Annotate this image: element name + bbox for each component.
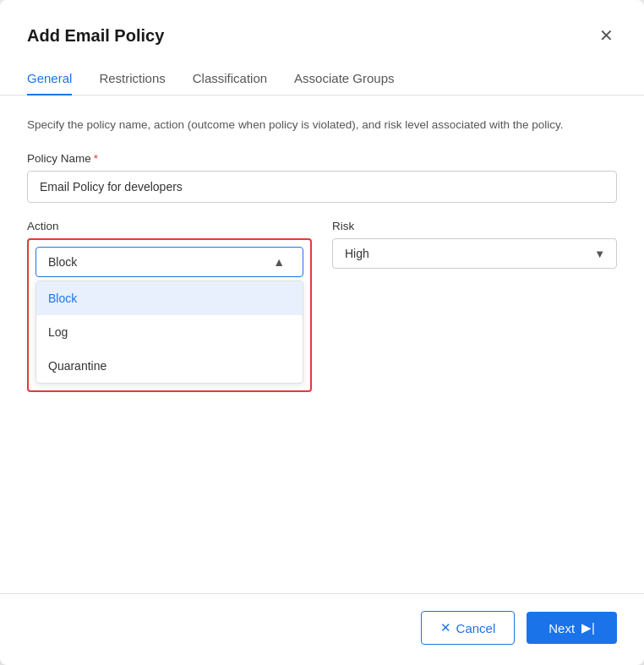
next-icon: ▶| bbox=[581, 620, 595, 635]
action-field-group: Action Block ▲ Block Log bbox=[27, 220, 312, 392]
risk-select-wrapper: High Medium Low ▼ bbox=[332, 238, 617, 269]
action-risk-row: Action Block ▲ Block Log bbox=[27, 220, 617, 392]
tab-associate-groups[interactable]: Associate Groups bbox=[294, 63, 394, 95]
cancel-icon: ✕ bbox=[440, 620, 451, 635]
action-select-row[interactable]: Block ▲ bbox=[35, 247, 303, 277]
modal-title: Add Email Policy bbox=[27, 26, 164, 46]
tab-classification[interactable]: Classification bbox=[193, 63, 267, 95]
action-option-block[interactable]: Block bbox=[36, 281, 303, 315]
policy-name-field: Policy Name* bbox=[27, 152, 617, 203]
modal-header: Add Email Policy ✕ bbox=[0, 0, 644, 47]
policy-name-label: Policy Name* bbox=[27, 152, 617, 165]
modal-footer: ✕ Cancel Next ▶| bbox=[0, 593, 644, 665]
modal: Add Email Policy ✕ General Restrictions … bbox=[0, 0, 644, 665]
modal-body: Specify the policy name, action (outcome… bbox=[0, 95, 644, 493]
action-label: Action bbox=[27, 220, 312, 232]
close-button[interactable]: ✕ bbox=[596, 24, 617, 47]
required-indicator: * bbox=[94, 152, 98, 165]
policy-name-input[interactable] bbox=[27, 171, 617, 203]
risk-field-group: Risk High Medium Low ▼ bbox=[332, 220, 617, 392]
action-dropdown-wrapper: Block ▲ Block Log Quarantine bbox=[27, 238, 312, 392]
risk-label: Risk bbox=[332, 220, 617, 232]
description-text: Specify the policy name, action (outcome… bbox=[27, 116, 617, 134]
cancel-button[interactable]: ✕ Cancel bbox=[421, 611, 516, 645]
tabs-bar: General Restrictions Classification Asso… bbox=[0, 63, 644, 95]
risk-select[interactable]: High Medium Low bbox=[332, 238, 617, 269]
tab-general[interactable]: General bbox=[27, 63, 72, 95]
action-option-quarantine[interactable]: Quarantine bbox=[36, 349, 303, 383]
cancel-label: Cancel bbox=[456, 621, 496, 635]
tab-restrictions[interactable]: Restrictions bbox=[99, 63, 165, 95]
action-option-log[interactable]: Log bbox=[36, 315, 303, 349]
action-dropdown-menu: Block Log Quarantine bbox=[35, 281, 303, 384]
next-button[interactable]: Next ▶| bbox=[527, 612, 617, 644]
action-selected-display[interactable]: Block bbox=[35, 247, 303, 277]
next-label: Next bbox=[548, 621, 575, 635]
close-icon: ✕ bbox=[599, 26, 614, 45]
